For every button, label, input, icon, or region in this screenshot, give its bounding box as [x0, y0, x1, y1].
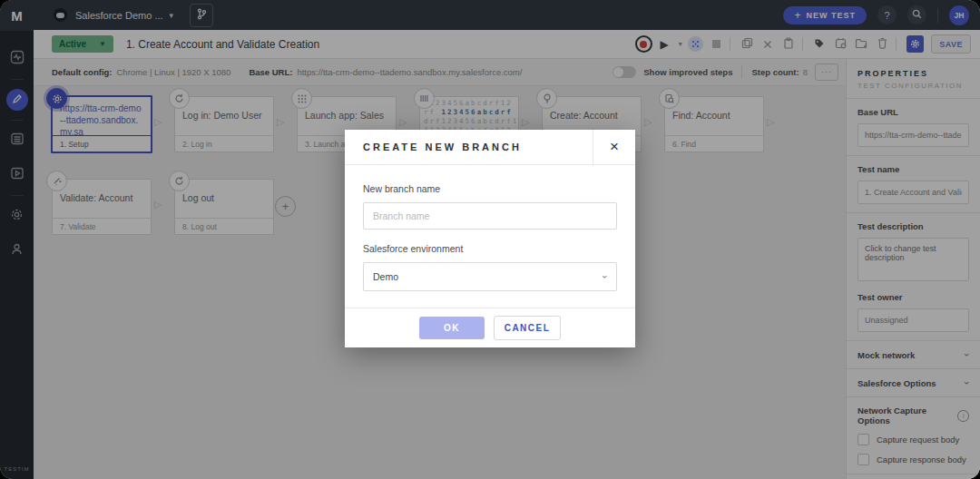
- ok-button[interactable]: OK: [419, 317, 485, 339]
- cancel-button[interactable]: CANCEL: [494, 316, 561, 340]
- create-branch-modal: CREATE NEW BRANCH × New branch name Sale…: [345, 130, 635, 347]
- close-icon: ×: [610, 138, 619, 156]
- app-window: M TESTIM: [0, 0, 980, 479]
- branch-name-label: New branch name: [363, 183, 617, 194]
- environment-label: Salesforce environment: [363, 243, 617, 254]
- environment-value: Demo: [373, 271, 398, 282]
- chevron-down-icon: ›: [600, 275, 611, 279]
- modal-title: CREATE NEW BRANCH: [345, 130, 593, 164]
- close-button[interactable]: ×: [593, 130, 635, 164]
- environment-select[interactable]: Demo ›: [363, 262, 617, 291]
- branch-name-input[interactable]: [363, 202, 617, 230]
